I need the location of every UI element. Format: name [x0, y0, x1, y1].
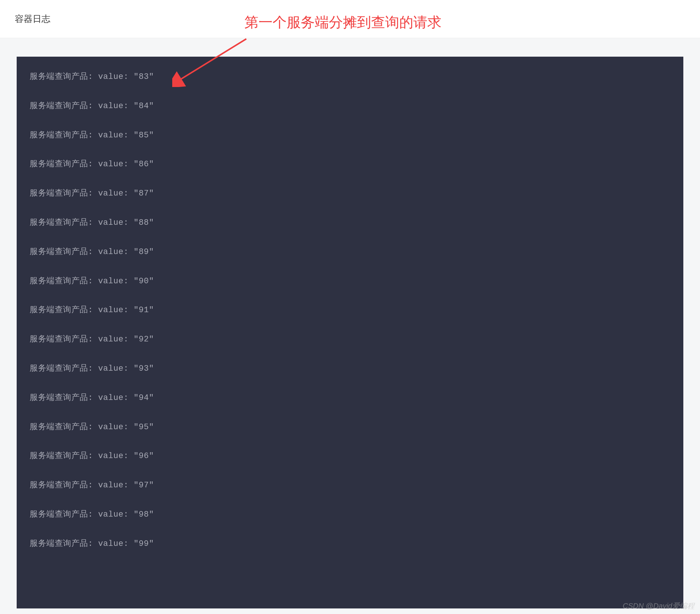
log-line: 服务端查询产品: value: "95" [30, 422, 670, 433]
annotation-arrow-icon [172, 35, 250, 87]
log-line: 服务端查询产品: value: "84" [30, 101, 670, 112]
log-line: 服务端查询产品: value: "97" [30, 480, 670, 491]
log-line: 服务端查询产品: value: "96" [30, 451, 670, 462]
svg-line-0 [179, 39, 246, 80]
log-line: 服务端查询产品: value: "93" [30, 363, 670, 375]
log-line: 服务端查询产品: value: "92" [30, 334, 670, 346]
log-line: 服务端查询产品: value: "89" [30, 247, 670, 258]
log-line: 服务端查询产品: value: "98" [30, 509, 670, 521]
log-line: 服务端查询产品: value: "83" [30, 71, 670, 83]
watermark: CSDN @David爱编程 [623, 601, 694, 611]
log-line: 服务端查询产品: value: "85" [30, 130, 670, 141]
log-panel[interactable]: 服务端查询产品: value: "83" 服务端查询产品: value: "84… [17, 57, 683, 608]
log-line: 服务端查询产品: value: "90" [30, 276, 670, 287]
log-line: 服务端查询产品: value: "88" [30, 217, 670, 229]
log-line: 服务端查询产品: value: "86" [30, 159, 670, 170]
annotation-text: 第一个服务端分摊到查询的请求 [244, 13, 441, 32]
log-line: 服务端查询产品: value: "87" [30, 188, 670, 200]
log-line: 服务端查询产品: value: "99" [30, 538, 670, 550]
log-line: 服务端查询产品: value: "94" [30, 393, 670, 404]
log-line: 服务端查询产品: value: "91" [30, 305, 670, 316]
